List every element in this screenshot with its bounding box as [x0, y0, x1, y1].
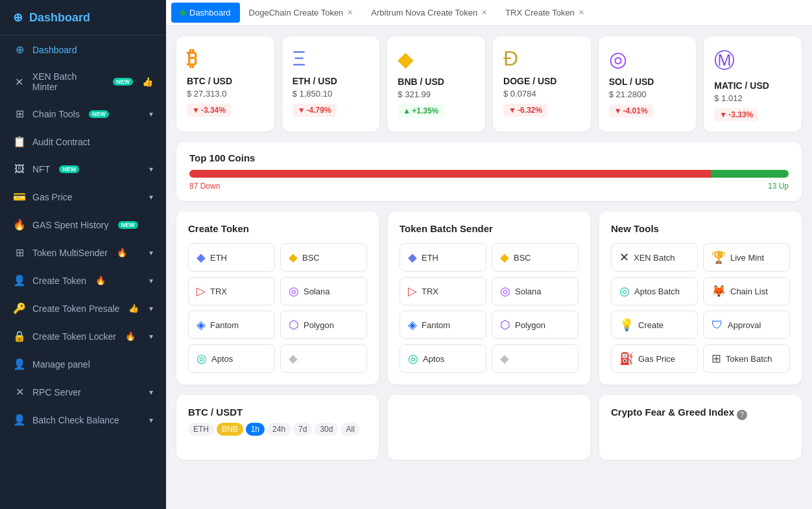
sidebar-item-create-token-presale[interactable]: 🔑 Create Token Presale 👍 ▾: [0, 294, 166, 322]
sidebar-logo[interactable]: ⊕ Dashboard: [0, 0, 166, 36]
price-card-bnb: ◆ BNB / USD $ 321.99 ▲+1.35%: [387, 36, 485, 132]
sidebar-item-label: Gas Price: [32, 192, 72, 202]
create-token-extra-btn[interactable]: ◆: [280, 344, 367, 373]
sidebar-item-manage-panel[interactable]: 👤 Manage panel: [0, 350, 166, 378]
create-token-aptos-btn[interactable]: ◎ Aptos: [188, 344, 275, 373]
1h-time-tab[interactable]: 1h: [246, 423, 265, 436]
sidebar-item-gas-price[interactable]: 💳 Gas Price ▾: [0, 183, 166, 211]
create-token-grid: ◆ ETH ◆ BSC ▷ TRX ◎ Solana: [188, 243, 367, 373]
30d-time-tab[interactable]: 30d: [315, 423, 338, 436]
aptos-icon: ◎: [197, 351, 207, 366]
approval-btn[interactable]: 🛡 Approval: [703, 311, 790, 339]
eth-change: ▼-4.79%: [293, 104, 337, 117]
matic-pair: MATIC / USD: [714, 80, 769, 91]
gas-price-tools-btn[interactable]: ⛽ Gas Price: [611, 344, 698, 373]
close-icon[interactable]: ✕: [579, 8, 584, 17]
tab-label: Arbitrum Nova Create Token: [371, 8, 477, 18]
down-arrow: ▼: [192, 106, 200, 115]
live-mint-btn[interactable]: 🏆 Live Mint: [703, 243, 790, 272]
btn-label: TRX: [210, 287, 227, 296]
token-batch-tools-btn[interactable]: ⊞ Token Batch: [703, 344, 790, 373]
bnb-price: $ 321.99: [398, 89, 431, 99]
aptos-batch-icon: ◎: [619, 284, 630, 298]
sol-price: $ 21.2800: [609, 89, 647, 99]
fire-icon: 🔥: [125, 331, 136, 341]
batch-eth-btn[interactable]: ◆ ETH: [400, 243, 486, 272]
batch-fantom-btn[interactable]: ◈ Fantom: [400, 311, 486, 339]
batch-extra-btn[interactable]: ◆: [492, 344, 579, 373]
create-token-polygon-btn[interactable]: ⬡ Polygon: [280, 311, 367, 339]
batch-aptos-btn[interactable]: ◎ Aptos: [400, 344, 486, 373]
aptos-batch-btn[interactable]: ◎ Aptos Batch: [611, 277, 698, 305]
xen-batch-btn[interactable]: ✕ XEN Batch: [611, 243, 698, 272]
bnb-coin-tab[interactable]: BNB: [217, 423, 243, 436]
tab-arbitrum-nova[interactable]: Arbitrum Nova Create Token ✕: [362, 3, 496, 23]
btn-label: BSC: [514, 253, 531, 263]
sidebar-item-label: Create Token Presale: [32, 303, 119, 314]
sidebar-item-token-multisender[interactable]: ⊞ Token MultiSender 🔥 ▾: [0, 239, 166, 266]
batch-polygon-btn[interactable]: ⬡ Polygon: [492, 311, 579, 339]
create-token-eth-btn[interactable]: ◆ ETH: [188, 243, 275, 272]
doge-change: ▼-6.32%: [503, 104, 547, 117]
sidebar-item-nft[interactable]: 🖼 NFT NEW ▾: [0, 156, 166, 183]
tab-label: Dashboard: [189, 8, 231, 18]
solana-icon: ◎: [500, 284, 510, 298]
rpc-icon: ✕: [13, 386, 26, 398]
matic-change: ▼-3.33%: [714, 108, 758, 121]
btn-label: Polygon: [515, 320, 545, 330]
new-tools-title: New Tools: [611, 223, 790, 234]
aptos-icon: ◎: [408, 351, 418, 366]
chevron-down-icon: ▾: [149, 110, 153, 119]
price-card-eth: Ξ ETH / USD $ 1,850.10 ▼-4.79%: [282, 36, 380, 132]
chain-list-btn[interactable]: 🦊 Chain List: [703, 277, 790, 305]
close-icon[interactable]: ✕: [481, 8, 487, 17]
create-token-fantom-btn[interactable]: ◈ Fantom: [188, 311, 275, 339]
btn-label: Create: [638, 320, 663, 330]
down-bar: [189, 170, 711, 178]
create-token-bsc-btn[interactable]: ◆ BSC: [280, 243, 367, 272]
help-icon[interactable]: ?: [737, 410, 747, 420]
btc-pair: BTC / USD: [187, 76, 232, 86]
sidebar-item-dashboard[interactable]: ⊕ Dashboard: [0, 36, 166, 64]
eth-coin-tab[interactable]: ETH: [188, 423, 214, 436]
nft-icon: 🖼: [13, 163, 26, 175]
all-time-tab[interactable]: All: [340, 423, 359, 436]
close-icon[interactable]: ✕: [347, 8, 353, 17]
btc-icon: ₿: [187, 47, 197, 71]
btn-label: Polygon: [304, 320, 334, 330]
batch-trx-btn[interactable]: ▷ TRX: [400, 277, 486, 305]
tab-dashboard[interactable]: Dashboard: [171, 3, 240, 23]
sidebar-item-xen-batch-minter[interactable]: ✕ XEN Batch Minter NEW 👍: [0, 64, 166, 100]
down-arrow: ▼: [614, 106, 622, 115]
sidebar-item-audit-contract[interactable]: 📋 Audit Contract: [0, 128, 166, 156]
batch-bsc-btn[interactable]: ◆ BSC: [492, 243, 579, 272]
24h-time-tab[interactable]: 24h: [267, 423, 291, 436]
xen-icon: ✕: [619, 250, 629, 265]
chevron-down-icon: ▾: [149, 332, 153, 341]
create-token-solana-btn[interactable]: ◎ Solana: [280, 277, 367, 305]
sidebar-item-gas-spent-history[interactable]: 🔥 GAS Spent History NEW: [0, 211, 166, 239]
tab-label: DogeChain Create Token: [249, 8, 344, 18]
btn-label: Chain List: [730, 287, 768, 296]
7d-time-tab[interactable]: 7d: [293, 423, 312, 436]
create-btn[interactable]: 💡 Create: [611, 311, 698, 339]
sidebar-item-chain-tools[interactable]: ⊞ Chain Tools NEW ▾: [0, 100, 166, 128]
batch-solana-btn[interactable]: ◎ Solana: [492, 277, 579, 305]
sol-icon: ◎: [609, 47, 627, 71]
chevron-down-icon: ▾: [149, 248, 153, 257]
sidebar-item-rpc-server[interactable]: ✕ RPC Server ▾: [0, 378, 166, 406]
down-arrow: ▼: [298, 106, 305, 115]
eth-icon: ◆: [197, 250, 206, 265]
presale-icon: 🔑: [13, 302, 26, 314]
sidebar-item-create-token-locker[interactable]: 🔒 Create Token Locker 🔥 ▾: [0, 322, 166, 350]
xen-icon: ✕: [13, 76, 26, 88]
tab-dogechain[interactable]: DogeChain Create Token ✕: [240, 3, 363, 23]
down-label: 87 Down: [189, 182, 220, 191]
tab-trx[interactable]: TRX Create Token ✕: [496, 3, 593, 23]
create-token-trx-btn[interactable]: ▷ TRX: [188, 277, 275, 305]
sidebar-item-create-token[interactable]: 👤 Create Token 🔥 ▾: [0, 266, 166, 294]
doge-price: $ 0.0784: [503, 89, 536, 99]
eth-icon: ◆: [408, 250, 417, 265]
manage-icon: 👤: [13, 358, 26, 370]
sidebar-item-batch-check-balance[interactable]: 👤 Batch Check Balance ▾: [0, 406, 166, 434]
